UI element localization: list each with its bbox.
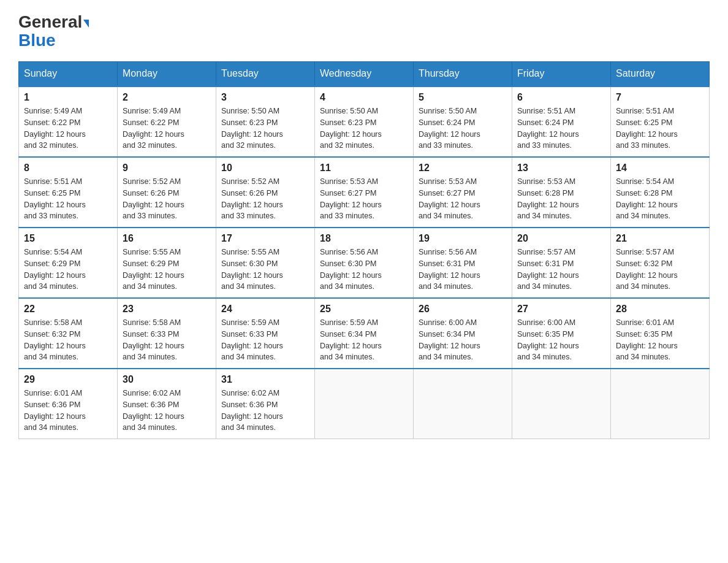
logo-blue-text: Blue: [18, 32, 56, 49]
day-info: Sunrise: 6:02 AMSunset: 6:36 PMDaylight:…: [221, 388, 309, 434]
week-row-1: 1 Sunrise: 5:49 AMSunset: 6:22 PMDayligh…: [19, 86, 710, 158]
day-info: Sunrise: 5:53 AMSunset: 6:27 PMDaylight:…: [320, 176, 408, 222]
header-cell-wednesday: Wednesday: [315, 62, 414, 86]
day-number: 5: [419, 92, 507, 103]
calendar-cell: 6 Sunrise: 5:51 AMSunset: 6:24 PMDayligh…: [512, 86, 611, 158]
calendar-cell: 23 Sunrise: 5:58 AMSunset: 6:33 PMDaylig…: [118, 298, 216, 369]
day-number: 31: [221, 374, 309, 385]
day-info: Sunrise: 5:53 AMSunset: 6:28 PMDaylight:…: [517, 176, 605, 222]
day-info: Sunrise: 5:55 AMSunset: 6:30 PMDaylight:…: [221, 247, 309, 293]
calendar-cell: 16 Sunrise: 5:55 AMSunset: 6:29 PMDaylig…: [118, 228, 216, 298]
day-info: Sunrise: 5:55 AMSunset: 6:29 PMDaylight:…: [123, 247, 211, 293]
day-info: Sunrise: 5:50 AMSunset: 6:24 PMDaylight:…: [419, 105, 507, 151]
day-number: 15: [24, 233, 112, 244]
day-number: 10: [221, 163, 309, 174]
day-number: 20: [517, 233, 605, 244]
day-number: 11: [320, 163, 408, 174]
day-number: 12: [419, 163, 507, 174]
day-info: Sunrise: 6:01 AMSunset: 6:36 PMDaylight:…: [24, 388, 112, 434]
calendar-cell: 29 Sunrise: 6:01 AMSunset: 6:36 PMDaylig…: [19, 369, 118, 439]
day-number: 13: [517, 163, 605, 174]
day-number: 30: [123, 374, 211, 385]
day-info: Sunrise: 5:50 AMSunset: 6:23 PMDaylight:…: [320, 105, 408, 151]
calendar-cell: 25 Sunrise: 5:59 AMSunset: 6:34 PMDaylig…: [315, 298, 414, 369]
calendar-cell: 27 Sunrise: 6:00 AMSunset: 6:35 PMDaylig…: [512, 298, 611, 369]
calendar-cell: 22 Sunrise: 5:58 AMSunset: 6:32 PMDaylig…: [19, 298, 118, 369]
calendar-cell: 14 Sunrise: 5:54 AMSunset: 6:28 PMDaylig…: [611, 157, 710, 228]
day-info: Sunrise: 5:58 AMSunset: 6:32 PMDaylight:…: [24, 317, 112, 363]
day-info: Sunrise: 5:56 AMSunset: 6:31 PMDaylight:…: [419, 247, 507, 293]
header-row: SundayMondayTuesdayWednesdayThursdayFrid…: [19, 62, 710, 86]
calendar-cell: 10 Sunrise: 5:52 AMSunset: 6:26 PMDaylig…: [216, 157, 315, 228]
day-info: Sunrise: 5:58 AMSunset: 6:33 PMDaylight:…: [123, 317, 211, 363]
day-number: 23: [123, 304, 211, 315]
week-row-2: 8 Sunrise: 5:51 AMSunset: 6:25 PMDayligh…: [19, 157, 710, 228]
calendar-cell: 17 Sunrise: 5:55 AMSunset: 6:30 PMDaylig…: [216, 228, 315, 298]
day-info: Sunrise: 5:50 AMSunset: 6:23 PMDaylight:…: [221, 105, 309, 151]
day-number: 9: [123, 163, 211, 174]
calendar-cell: 9 Sunrise: 5:52 AMSunset: 6:26 PMDayligh…: [118, 157, 216, 228]
calendar-cell: 12 Sunrise: 5:53 AMSunset: 6:27 PMDaylig…: [414, 157, 512, 228]
logo: General Blue: [18, 12, 89, 49]
page-header: General Blue: [18, 12, 710, 49]
day-number: 8: [24, 163, 112, 174]
header-cell-thursday: Thursday: [414, 62, 512, 86]
calendar-cell: [414, 369, 512, 439]
calendar-cell: 26 Sunrise: 6:00 AMSunset: 6:34 PMDaylig…: [414, 298, 512, 369]
header-cell-saturday: Saturday: [611, 62, 710, 86]
calendar-body: 1 Sunrise: 5:49 AMSunset: 6:22 PMDayligh…: [19, 86, 710, 439]
calendar-cell: 1 Sunrise: 5:49 AMSunset: 6:22 PMDayligh…: [19, 86, 118, 158]
day-number: 1: [24, 92, 112, 103]
day-info: Sunrise: 6:00 AMSunset: 6:34 PMDaylight:…: [419, 317, 507, 363]
day-number: 27: [517, 304, 605, 315]
day-number: 7: [616, 92, 704, 103]
calendar-cell: 31 Sunrise: 6:02 AMSunset: 6:36 PMDaylig…: [216, 369, 315, 439]
week-row-3: 15 Sunrise: 5:54 AMSunset: 6:29 PMDaylig…: [19, 228, 710, 298]
day-number: 19: [419, 233, 507, 244]
day-number: 2: [123, 92, 211, 103]
day-info: Sunrise: 5:51 AMSunset: 6:24 PMDaylight:…: [517, 105, 605, 151]
day-info: Sunrise: 5:49 AMSunset: 6:22 PMDaylight:…: [123, 105, 211, 151]
calendar-cell: [512, 369, 611, 439]
day-info: Sunrise: 5:54 AMSunset: 6:28 PMDaylight:…: [616, 176, 704, 222]
day-info: Sunrise: 5:51 AMSunset: 6:25 PMDaylight:…: [616, 105, 704, 151]
day-info: Sunrise: 5:49 AMSunset: 6:22 PMDaylight:…: [24, 105, 112, 151]
calendar-cell: 18 Sunrise: 5:56 AMSunset: 6:30 PMDaylig…: [315, 228, 414, 298]
calendar-cell: 4 Sunrise: 5:50 AMSunset: 6:23 PMDayligh…: [315, 86, 414, 158]
day-number: 28: [616, 304, 704, 315]
day-number: 26: [419, 304, 507, 315]
day-info: Sunrise: 5:59 AMSunset: 6:34 PMDaylight:…: [320, 317, 408, 363]
logo-general-text: General: [18, 12, 82, 32]
calendar-cell: 19 Sunrise: 5:56 AMSunset: 6:31 PMDaylig…: [414, 228, 512, 298]
day-info: Sunrise: 5:54 AMSunset: 6:29 PMDaylight:…: [24, 247, 112, 293]
calendar-cell: 15 Sunrise: 5:54 AMSunset: 6:29 PMDaylig…: [19, 228, 118, 298]
day-number: 22: [24, 304, 112, 315]
day-info: Sunrise: 5:59 AMSunset: 6:33 PMDaylight:…: [221, 317, 309, 363]
day-number: 3: [221, 92, 309, 103]
week-row-5: 29 Sunrise: 6:01 AMSunset: 6:36 PMDaylig…: [19, 369, 710, 439]
day-number: 21: [616, 233, 704, 244]
calendar-cell: 28 Sunrise: 6:01 AMSunset: 6:35 PMDaylig…: [611, 298, 710, 369]
day-info: Sunrise: 5:52 AMSunset: 6:26 PMDaylight:…: [123, 176, 211, 222]
day-info: Sunrise: 6:02 AMSunset: 6:36 PMDaylight:…: [123, 388, 211, 434]
calendar-cell: [315, 369, 414, 439]
calendar-cell: 21 Sunrise: 5:57 AMSunset: 6:32 PMDaylig…: [611, 228, 710, 298]
week-row-4: 22 Sunrise: 5:58 AMSunset: 6:32 PMDaylig…: [19, 298, 710, 369]
day-number: 14: [616, 163, 704, 174]
day-number: 17: [221, 233, 309, 244]
day-info: Sunrise: 5:56 AMSunset: 6:30 PMDaylight:…: [320, 247, 408, 293]
calendar-cell: 5 Sunrise: 5:50 AMSunset: 6:24 PMDayligh…: [414, 86, 512, 158]
day-number: 18: [320, 233, 408, 244]
day-info: Sunrise: 6:01 AMSunset: 6:35 PMDaylight:…: [616, 317, 704, 363]
calendar-cell: [611, 369, 710, 439]
calendar-cell: 24 Sunrise: 5:59 AMSunset: 6:33 PMDaylig…: [216, 298, 315, 369]
calendar-cell: 11 Sunrise: 5:53 AMSunset: 6:27 PMDaylig…: [315, 157, 414, 228]
day-number: 29: [24, 374, 112, 385]
header-cell-monday: Monday: [118, 62, 216, 86]
day-info: Sunrise: 5:57 AMSunset: 6:32 PMDaylight:…: [616, 247, 704, 293]
header-cell-sunday: Sunday: [19, 62, 118, 86]
header-cell-tuesday: Tuesday: [216, 62, 315, 86]
day-number: 6: [517, 92, 605, 103]
day-info: Sunrise: 5:51 AMSunset: 6:25 PMDaylight:…: [24, 176, 112, 222]
calendar-cell: 13 Sunrise: 5:53 AMSunset: 6:28 PMDaylig…: [512, 157, 611, 228]
